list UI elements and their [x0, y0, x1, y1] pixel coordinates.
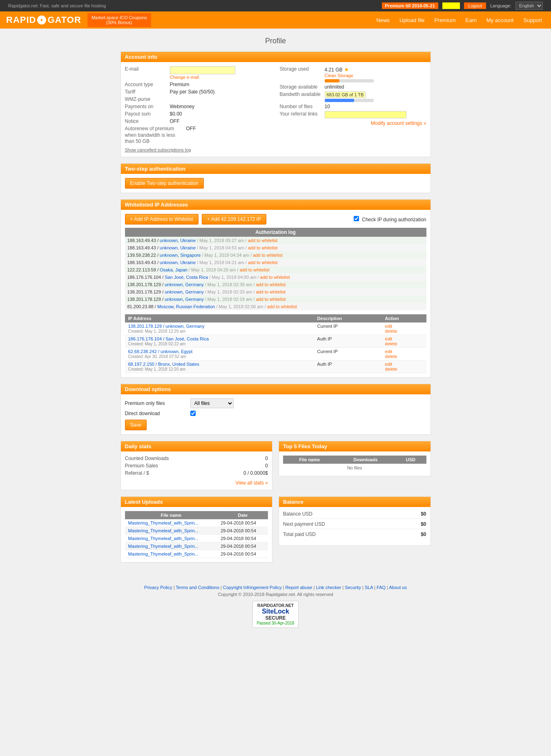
- yellow-highlight: [442, 2, 460, 9]
- referral-stats-value: 0 / 0.0000$: [243, 470, 268, 476]
- add-whitelist-link[interactable]: add to whitelist: [240, 267, 270, 272]
- footer-faq[interactable]: FAQ: [377, 585, 386, 590]
- edit-ip-link[interactable]: edit: [385, 349, 423, 354]
- account-type-row: Account type Premium: [125, 82, 272, 87]
- edit-ip-link[interactable]: edit: [385, 362, 423, 367]
- delete-ip-link[interactable]: delete: [385, 367, 423, 371]
- market-button[interactable]: Market.space ICO Coupons (30% Bonus): [87, 13, 151, 27]
- latest-uploads-header: Latest Uploads: [121, 497, 272, 507]
- nav-support[interactable]: Support: [518, 12, 547, 28]
- file-link[interactable]: Mastering_Thymeleaf_with_Sprin...: [128, 544, 199, 549]
- auth-log-row: 188.163.49.43 / unknown, Ukraine / May 1…: [125, 259, 426, 266]
- footer-report-abuse[interactable]: Report abuse: [285, 585, 312, 590]
- nav-earn[interactable]: Earn: [461, 12, 482, 28]
- auth-log-row: 138.201.178.129 / unknown, Germany / May…: [125, 281, 426, 288]
- referral-input[interactable]: [325, 111, 406, 118]
- storage-used-row: Storage used 4.21 GB ★ Clean Storage: [280, 66, 426, 82]
- payout-row: Payout sum $0.00: [125, 111, 272, 117]
- view-all-stats-link[interactable]: View all stats »: [125, 480, 268, 486]
- add-whitelist-link[interactable]: add to whitelist: [253, 253, 283, 258]
- premium-sales-label: Premium Sales: [125, 463, 158, 469]
- ip-table-row: 138.201.178.129 / unknown, Germany Creat…: [125, 322, 426, 335]
- storage-available-value: unlimited: [325, 84, 344, 90]
- upload-row: Mastering_Thymeleaf_with_Sprin... 29-04-…: [125, 519, 268, 527]
- storage-used-value: 4.21 GB: [325, 67, 343, 73]
- bandwidth-row: Bandwith available 683.02 GB of 1 TB: [280, 91, 426, 102]
- file-link[interactable]: Mastering_Thymeleaf_with_Sprin...: [128, 520, 199, 525]
- autorenew-value: OFF: [186, 126, 196, 145]
- change-email-link[interactable]: Change e-mail: [170, 75, 199, 80]
- add-whitelist-link[interactable]: add to whitelist: [256, 282, 286, 287]
- wmz-row: WMZ-purse: [125, 96, 272, 102]
- email-label: E-mail: [125, 66, 170, 80]
- edit-ip-link[interactable]: edit: [385, 324, 423, 329]
- nav-premium[interactable]: Premium: [429, 12, 460, 28]
- footer-sla[interactable]: SLA: [365, 585, 373, 590]
- no-files-message: No files: [283, 464, 426, 472]
- language-label: Language:: [490, 3, 511, 8]
- logo-icon: [37, 16, 46, 24]
- balance-header: Balance: [279, 497, 431, 507]
- email-input[interactable]: [170, 66, 235, 74]
- add-current-ip-button[interactable]: + Add 42.109.142.172 IP: [202, 214, 266, 225]
- language-select[interactable]: English: [515, 2, 543, 10]
- auth-log-row: 81.200.23.88 / Moscow, Russian Federatio…: [125, 303, 426, 310]
- star-icon: ★: [344, 66, 349, 73]
- account-type-value: Premium: [170, 82, 190, 87]
- referral-stats-row: Referral / $ 0 / 0.0000$: [125, 470, 268, 476]
- footer-about-us[interactable]: About us: [389, 585, 406, 590]
- add-whitelist-link[interactable]: add to whitelist: [248, 260, 278, 265]
- balance-body: Balance USD $0 Next payment USD $0 Total…: [279, 507, 431, 545]
- modify-account-link[interactable]: Modify account settings »: [280, 120, 426, 126]
- sitelock-passed: Passed 30-Apr-2018: [257, 621, 294, 625]
- footer-link-checker[interactable]: Link checker: [316, 585, 341, 590]
- add-whitelist-link[interactable]: add to whitelist: [260, 275, 290, 280]
- nav-account[interactable]: My account: [482, 12, 518, 28]
- add-whitelist-link[interactable]: add to whitelist: [248, 238, 278, 243]
- file-link[interactable]: Mastering_Thymeleaf_with_Sprin...: [128, 551, 199, 556]
- account-info-body: E-mail Change e-mail Account type Premiu…: [121, 62, 431, 157]
- premium-files-select[interactable]: All files Premium only: [190, 398, 234, 408]
- clean-storage-link[interactable]: Clean Storage: [325, 73, 353, 78]
- bandwidth-value: 683.02 GB of 1 TB: [325, 91, 366, 98]
- logout-button[interactable]: Logout: [464, 2, 486, 9]
- usd-col: USD: [395, 456, 426, 464]
- add-ip-button[interactable]: + Add IP Address to Whitelist: [125, 214, 199, 225]
- add-whitelist-link[interactable]: add to whitelist: [248, 245, 278, 250]
- add-whitelist-link[interactable]: add to whitelist: [256, 297, 286, 302]
- delete-ip-link[interactable]: delete: [385, 354, 423, 359]
- account-grid: E-mail Change e-mail Account type Premiu…: [125, 66, 426, 153]
- add-whitelist-link[interactable]: add to whitelist: [267, 304, 297, 309]
- download-options-body: Premium only files All files Premium onl…: [121, 394, 431, 434]
- ip-address-table: IP Address Description Action 138.201.17…: [125, 314, 426, 373]
- delete-ip-link[interactable]: delete: [385, 341, 423, 346]
- storage-available-label: Storage available: [280, 84, 325, 90]
- show-cancelled-link[interactable]: Show cancelled subscriptions log: [125, 147, 191, 152]
- footer-terms[interactable]: Terms and Conditions: [176, 585, 219, 590]
- counted-downloads-value: 0: [265, 456, 268, 461]
- footer-copyright-infringement[interactable]: Copyright Infringement Policy: [223, 585, 282, 590]
- save-download-options-button[interactable]: Save: [125, 420, 147, 430]
- nav-upload[interactable]: Upload file: [395, 12, 429, 28]
- storage-fill: [325, 79, 339, 82]
- ip-table-row: 62.68.238.242 / unknown, Egypt Created: …: [125, 347, 426, 360]
- footer-security[interactable]: Security: [345, 585, 361, 590]
- footer-privacy[interactable]: Privacy Policy: [144, 585, 172, 590]
- file-link[interactable]: Mastering_Thymeleaf_with_Sprin...: [128, 536, 199, 541]
- delete-ip-link[interactable]: delete: [385, 329, 423, 334]
- account-right: Storage used 4.21 GB ★ Clean Storage Sto…: [280, 66, 426, 153]
- total-paid-value: $0: [421, 531, 426, 537]
- premium-badge: Premium till 2018-05-21: [382, 2, 438, 9]
- whitelist-body: + Add IP Address to Whitelist + Add 42.1…: [121, 210, 431, 377]
- bandwidth-bar: [325, 99, 374, 102]
- next-payment-row: Next payment USD $0: [283, 521, 426, 529]
- auth-log-header: Authorization log: [125, 228, 426, 237]
- edit-ip-link[interactable]: edit: [385, 336, 423, 341]
- nav-news[interactable]: News: [372, 12, 395, 28]
- check-ip-checkbox[interactable]: [354, 216, 359, 221]
- add-whitelist-link[interactable]: add to whitelist: [256, 289, 286, 294]
- file-link[interactable]: Mastering_Thymeleaf_with_Sprin...: [128, 528, 199, 533]
- download-options-section: Download options Premium only files All …: [120, 384, 431, 435]
- direct-download-checkbox[interactable]: [190, 411, 196, 416]
- enable-two-step-button[interactable]: Enable Two-step authentication: [125, 178, 204, 189]
